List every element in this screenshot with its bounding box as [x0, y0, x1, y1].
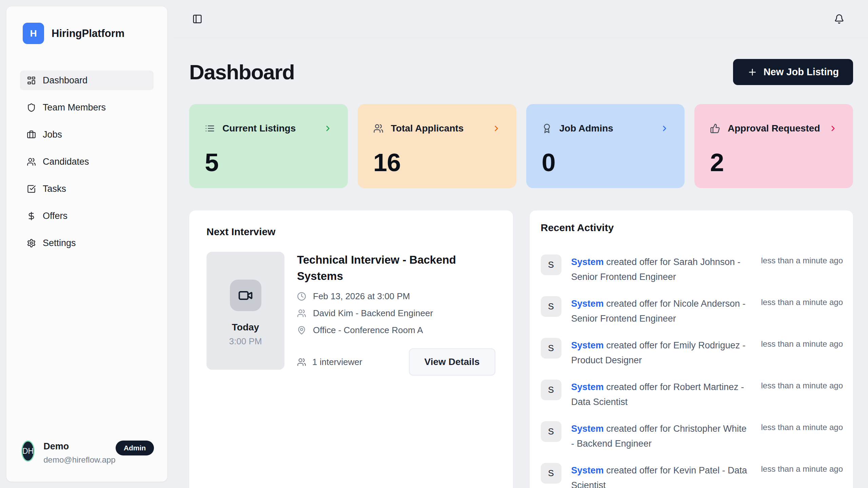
sidebar-item-tasks[interactable]: Tasks	[20, 179, 154, 199]
sidebar-item-label: Jobs	[43, 129, 62, 140]
stat-card-header: Approval Requested	[710, 123, 837, 134]
sidebar-item-label: Offers	[43, 211, 67, 221]
stat-label: Total Applicants	[391, 123, 464, 134]
map-pin-icon	[297, 326, 306, 335]
interview-date-tile: Today 3:00 PM	[206, 252, 284, 370]
check-square-icon	[27, 184, 36, 194]
activity-timestamp: less than a minute ago	[761, 255, 843, 265]
stat-cards: Current Listings 5 Total Applicants 16 J…	[189, 104, 853, 188]
activity-avatar: S	[541, 296, 561, 317]
video-icon-box	[230, 280, 261, 311]
chevron-right-icon	[323, 124, 332, 133]
sidebar-item-jobs[interactable]: Jobs	[20, 125, 154, 144]
activity-list: S System created offer for Sarah Johnson…	[541, 255, 843, 488]
stat-card-header: Current Listings	[205, 123, 332, 134]
stat-label: Approval Requested	[728, 123, 820, 134]
interviewer-count-label: 1 interviewer	[312, 357, 362, 367]
main-area: Dashboard New Job Listing Current Listin…	[173, 0, 868, 488]
gear-icon	[27, 239, 36, 248]
brand[interactable]: H HiringPlatform	[23, 23, 154, 44]
activity-timestamp: less than a minute ago	[761, 463, 843, 474]
app-logo: H	[23, 23, 44, 44]
activity-avatar: S	[541, 255, 561, 275]
list-icon	[205, 123, 215, 134]
shield-icon	[27, 103, 36, 112]
stat-card-approval-requested[interactable]: Approval Requested 2	[694, 104, 853, 188]
bell-icon	[834, 14, 844, 24]
sidebar-nav: Dashboard Team Members Jobs Candidates T…	[20, 70, 154, 260]
topbar	[173, 0, 868, 38]
stat-label: Job Admins	[559, 123, 613, 134]
interview-footer: 1 interviewer View Details	[297, 348, 496, 375]
activity-item: S System created offer for Kevin Patel -…	[541, 463, 843, 488]
app-name: HiringPlatform	[52, 27, 124, 40]
users-icon	[297, 309, 306, 318]
sidebar-item-label: Tasks	[43, 184, 66, 194]
stat-card-current-listings[interactable]: Current Listings 5	[189, 104, 348, 188]
interview-interviewer-row: David Kim - Backend Engineer	[297, 308, 496, 319]
activity-text: System created offer for Emily Rodriguez…	[571, 338, 751, 368]
stat-card-header: Total Applicants	[373, 123, 501, 134]
chevron-right-icon	[492, 124, 501, 133]
sidebar-item-candidates[interactable]: Candidates	[20, 152, 154, 171]
award-icon	[542, 123, 552, 134]
users-icon	[373, 123, 383, 134]
interview-location: Office - Conference Room A	[313, 325, 423, 336]
activity-timestamp: less than a minute ago	[761, 296, 843, 307]
activity-actor-link[interactable]: System	[571, 340, 604, 350]
activity-text: System created offer for Kevin Patel - D…	[571, 463, 751, 488]
interview-title: Technical Interview - Backend Systems	[297, 252, 496, 284]
activity-avatar: S	[541, 463, 561, 484]
stat-value: 2	[710, 148, 837, 177]
activity-item: S System created offer for Robert Martin…	[541, 380, 843, 409]
video-camera-icon	[238, 288, 253, 303]
users-icon	[27, 157, 36, 166]
content: Dashboard New Job Listing Current Listin…	[173, 59, 868, 488]
stat-value: 5	[205, 148, 332, 177]
user-email: demo@hireflow.app	[43, 455, 115, 465]
sidebar-item-label: Settings	[43, 238, 76, 248]
plus-icon	[747, 67, 757, 77]
activity-item: S System created offer for Nicole Anders…	[541, 296, 843, 326]
chevron-right-icon	[829, 124, 837, 133]
view-details-button[interactable]: View Details	[409, 348, 495, 375]
activity-timestamp: less than a minute ago	[761, 380, 843, 390]
panels-row: Next Interview Today 3:00 PM Technical I…	[189, 210, 853, 488]
page-title: Dashboard	[189, 60, 294, 84]
notifications-button[interactable]	[834, 14, 844, 24]
stat-card-header: Job Admins	[542, 123, 669, 134]
activity-actor-link[interactable]: System	[571, 424, 604, 434]
sidebar-item-settings[interactable]: Settings	[20, 233, 154, 253]
sidebar-item-team-members[interactable]: Team Members	[20, 98, 154, 117]
user-profile[interactable]: DH Demo demo@hireflow.app Admin	[6, 441, 167, 482]
activity-item: S System created offer for Christopher W…	[541, 421, 843, 451]
activity-actor-link[interactable]: System	[571, 465, 604, 475]
page-header: Dashboard New Job Listing	[189, 59, 853, 85]
activity-text: System created offer for Christopher Whi…	[571, 421, 751, 451]
stat-card-job-admins[interactable]: Job Admins 0	[526, 104, 685, 188]
interview-interviewer: David Kim - Backend Engineer	[313, 308, 433, 319]
interview-details: Technical Interview - Backend Systems Fe…	[297, 252, 496, 375]
sidebar-item-label: Team Members	[43, 102, 106, 113]
activity-avatar: S	[541, 338, 561, 359]
new-job-listing-button[interactable]: New Job Listing	[733, 59, 853, 85]
sidebar-item-label: Dashboard	[43, 75, 87, 86]
activity-actor-link[interactable]: System	[571, 299, 604, 309]
activity-text: System created offer for Sarah Johnson -…	[571, 255, 751, 284]
stat-value: 16	[373, 148, 501, 177]
sidebar-toggle-button[interactable]	[192, 14, 202, 24]
sidebar-item-dashboard[interactable]: Dashboard	[20, 70, 154, 90]
activity-text: System created offer for Robert Martinez…	[571, 380, 751, 409]
activity-avatar: S	[541, 380, 561, 400]
sidebar-item-offers[interactable]: Offers	[20, 206, 154, 226]
next-interview-title: Next Interview	[206, 226, 496, 238]
user-info: Demo demo@hireflow.app	[43, 441, 115, 465]
interview-detail-rows: Feb 13, 2026 at 3:00 PM David Kim - Back…	[297, 291, 496, 336]
activity-text: System created offer for Nicole Anderson…	[571, 296, 751, 326]
activity-actor-link[interactable]: System	[571, 257, 604, 267]
activity-actor-link[interactable]: System	[571, 382, 604, 392]
activity-timestamp: less than a minute ago	[761, 338, 843, 349]
stat-value: 0	[542, 148, 669, 177]
stat-card-total-applicants[interactable]: Total Applicants 16	[358, 104, 516, 188]
panel-left-icon	[192, 14, 202, 24]
